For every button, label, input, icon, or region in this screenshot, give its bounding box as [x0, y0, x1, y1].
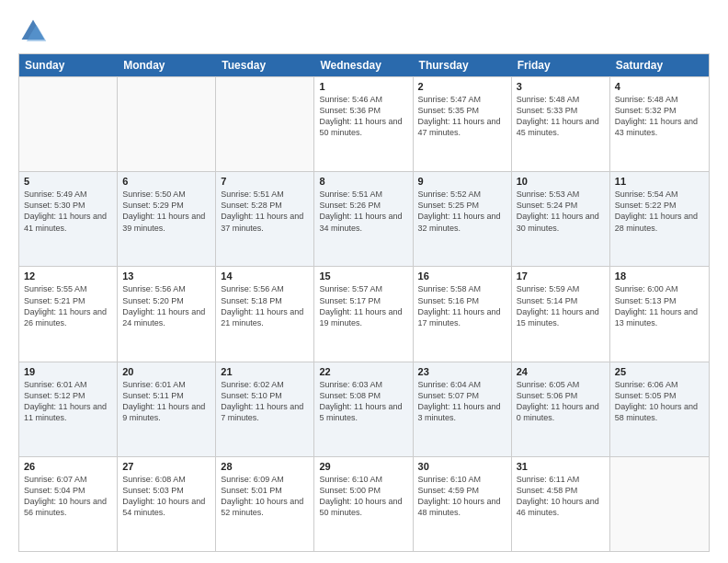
- cell-info: Sunrise: 5:58 AM Sunset: 5:16 PM Dayligh…: [418, 283, 506, 328]
- calendar-cell-day-1: 1Sunrise: 5:46 AM Sunset: 5:36 PM Daylig…: [314, 77, 413, 171]
- cell-info: Sunrise: 5:48 AM Sunset: 5:33 PM Dayligh…: [517, 94, 605, 139]
- cell-info: Sunrise: 6:06 AM Sunset: 5:05 PM Dayligh…: [615, 379, 704, 424]
- day-number: 9: [418, 176, 506, 187]
- calendar-cell-empty: [19, 77, 118, 171]
- cell-info: Sunrise: 5:57 AM Sunset: 5:17 PM Dayligh…: [319, 283, 407, 328]
- day-number: 18: [615, 270, 704, 282]
- calendar-cell-day-12: 12Sunrise: 5:55 AM Sunset: 5:21 PM Dayli…: [19, 267, 118, 361]
- cell-info: Sunrise: 5:46 AM Sunset: 5:36 PM Dayligh…: [319, 94, 407, 139]
- calendar-row: 5Sunrise: 5:49 AM Sunset: 5:30 PM Daylig…: [19, 171, 709, 266]
- calendar-cell-day-26: 26Sunrise: 6:07 AM Sunset: 5:04 PM Dayli…: [19, 457, 118, 551]
- day-number: 1: [319, 81, 407, 92]
- header-cell-tuesday: Tuesday: [216, 54, 314, 76]
- day-number: 21: [221, 366, 309, 377]
- calendar-cell-day-6: 6Sunrise: 5:50 AM Sunset: 5:29 PM Daylig…: [118, 172, 216, 266]
- calendar-row: 1Sunrise: 5:46 AM Sunset: 5:36 PM Daylig…: [19, 76, 709, 171]
- day-number: 11: [615, 176, 704, 187]
- calendar-cell-day-7: 7Sunrise: 5:51 AM Sunset: 5:28 PM Daylig…: [216, 172, 314, 266]
- header-cell-saturday: Saturday: [610, 54, 709, 76]
- day-number: 13: [122, 270, 210, 282]
- calendar-cell-day-9: 9Sunrise: 5:52 AM Sunset: 5:25 PM Daylig…: [414, 172, 512, 266]
- calendar-cell-day-31: 31Sunrise: 6:11 AM Sunset: 4:58 PM Dayli…: [512, 457, 610, 551]
- cell-info: Sunrise: 5:53 AM Sunset: 5:24 PM Dayligh…: [517, 189, 605, 234]
- calendar-cell-day-8: 8Sunrise: 5:51 AM Sunset: 5:26 PM Daylig…: [314, 172, 413, 266]
- day-number: 25: [615, 366, 704, 377]
- calendar-cell-empty: [216, 77, 314, 171]
- cell-info: Sunrise: 5:52 AM Sunset: 5:25 PM Dayligh…: [418, 189, 506, 234]
- cell-info: Sunrise: 6:09 AM Sunset: 5:01 PM Dayligh…: [221, 474, 309, 519]
- calendar-row: 26Sunrise: 6:07 AM Sunset: 5:04 PM Dayli…: [19, 456, 709, 551]
- cell-info: Sunrise: 5:59 AM Sunset: 5:14 PM Dayligh…: [517, 283, 605, 328]
- calendar-row: 19Sunrise: 6:01 AM Sunset: 5:12 PM Dayli…: [19, 362, 709, 456]
- cell-info: Sunrise: 5:56 AM Sunset: 5:20 PM Dayligh…: [122, 283, 210, 328]
- cell-info: Sunrise: 6:07 AM Sunset: 5:04 PM Dayligh…: [24, 474, 112, 519]
- calendar-cell-day-21: 21Sunrise: 6:02 AM Sunset: 5:10 PM Dayli…: [216, 362, 314, 456]
- cell-info: Sunrise: 5:49 AM Sunset: 5:30 PM Dayligh…: [24, 189, 112, 234]
- day-number: 3: [517, 81, 605, 92]
- logo: [18, 17, 53, 46]
- calendar-cell-day-18: 18Sunrise: 6:00 AM Sunset: 5:13 PM Dayli…: [610, 267, 709, 361]
- day-number: 24: [517, 366, 605, 377]
- cell-info: Sunrise: 6:08 AM Sunset: 5:03 PM Dayligh…: [122, 474, 210, 519]
- calendar-cell-day-27: 27Sunrise: 6:08 AM Sunset: 5:03 PM Dayli…: [118, 457, 216, 551]
- day-number: 28: [221, 461, 309, 472]
- calendar-cell-day-10: 10Sunrise: 5:53 AM Sunset: 5:24 PM Dayli…: [512, 172, 610, 266]
- cell-info: Sunrise: 6:05 AM Sunset: 5:06 PM Dayligh…: [517, 379, 605, 424]
- calendar-row: 12Sunrise: 5:55 AM Sunset: 5:21 PM Dayli…: [19, 266, 709, 361]
- logo-icon: [18, 17, 48, 46]
- calendar-cell-day-3: 3Sunrise: 5:48 AM Sunset: 5:33 PM Daylig…: [512, 77, 610, 171]
- cell-info: Sunrise: 6:03 AM Sunset: 5:08 PM Dayligh…: [319, 379, 407, 424]
- calendar-cell-day-29: 29Sunrise: 6:10 AM Sunset: 5:00 PM Dayli…: [314, 457, 413, 551]
- day-number: 26: [24, 461, 112, 472]
- header-cell-monday: Monday: [118, 54, 216, 76]
- calendar-cell-day-4: 4Sunrise: 5:48 AM Sunset: 5:32 PM Daylig…: [610, 77, 709, 171]
- calendar-cell-day-2: 2Sunrise: 5:47 AM Sunset: 5:35 PM Daylig…: [414, 77, 512, 171]
- cell-info: Sunrise: 5:47 AM Sunset: 5:35 PM Dayligh…: [418, 94, 506, 139]
- calendar-body: 1Sunrise: 5:46 AM Sunset: 5:36 PM Daylig…: [19, 76, 709, 551]
- cell-info: Sunrise: 6:10 AM Sunset: 4:59 PM Dayligh…: [418, 474, 506, 519]
- day-number: 23: [418, 366, 506, 377]
- day-number: 16: [418, 270, 506, 282]
- cell-info: Sunrise: 6:01 AM Sunset: 5:12 PM Dayligh…: [24, 379, 112, 424]
- calendar-cell-day-17: 17Sunrise: 5:59 AM Sunset: 5:14 PM Dayli…: [512, 267, 610, 361]
- day-number: 27: [122, 461, 210, 472]
- calendar-cell-day-14: 14Sunrise: 5:56 AM Sunset: 5:18 PM Dayli…: [216, 267, 314, 361]
- cell-info: Sunrise: 6:10 AM Sunset: 5:00 PM Dayligh…: [319, 474, 407, 519]
- calendar-cell-day-19: 19Sunrise: 6:01 AM Sunset: 5:12 PM Dayli…: [19, 362, 118, 456]
- cell-info: Sunrise: 5:51 AM Sunset: 5:28 PM Dayligh…: [221, 189, 309, 234]
- calendar-cell-day-11: 11Sunrise: 5:54 AM Sunset: 5:22 PM Dayli…: [610, 172, 709, 266]
- day-number: 14: [221, 270, 309, 282]
- cell-info: Sunrise: 5:51 AM Sunset: 5:26 PM Dayligh…: [319, 189, 407, 234]
- calendar-cell-day-20: 20Sunrise: 6:01 AM Sunset: 5:11 PM Dayli…: [118, 362, 216, 456]
- cell-info: Sunrise: 5:50 AM Sunset: 5:29 PM Dayligh…: [122, 189, 210, 234]
- day-number: 31: [517, 461, 605, 472]
- calendar-cell-day-23: 23Sunrise: 6:04 AM Sunset: 5:07 PM Dayli…: [414, 362, 512, 456]
- day-number: 19: [24, 366, 112, 377]
- header-cell-sunday: Sunday: [19, 54, 118, 76]
- calendar-cell-day-24: 24Sunrise: 6:05 AM Sunset: 5:06 PM Dayli…: [512, 362, 610, 456]
- top-section: [18, 17, 710, 46]
- cell-info: Sunrise: 6:01 AM Sunset: 5:11 PM Dayligh…: [122, 379, 210, 424]
- day-number: 12: [24, 270, 112, 282]
- calendar-cell-empty: [610, 457, 709, 551]
- calendar-cell-day-22: 22Sunrise: 6:03 AM Sunset: 5:08 PM Dayli…: [314, 362, 413, 456]
- calendar-cell-day-28: 28Sunrise: 6:09 AM Sunset: 5:01 PM Dayli…: [216, 457, 314, 551]
- day-number: 6: [122, 176, 210, 187]
- cell-info: Sunrise: 6:00 AM Sunset: 5:13 PM Dayligh…: [615, 283, 704, 328]
- page: SundayMondayTuesdayWednesdayThursdayFrid…: [0, 0, 728, 563]
- day-number: 10: [517, 176, 605, 187]
- header-cell-wednesday: Wednesday: [314, 54, 413, 76]
- calendar-cell-day-25: 25Sunrise: 6:06 AM Sunset: 5:05 PM Dayli…: [610, 362, 709, 456]
- day-number: 7: [221, 176, 309, 187]
- day-number: 5: [24, 176, 112, 187]
- day-number: 29: [319, 461, 407, 472]
- day-number: 4: [615, 81, 704, 92]
- calendar: SundayMondayTuesdayWednesdayThursdayFrid…: [18, 53, 710, 552]
- day-number: 17: [517, 270, 605, 282]
- calendar-cell-empty: [118, 77, 216, 171]
- calendar-header: SundayMondayTuesdayWednesdayThursdayFrid…: [19, 54, 709, 76]
- header-cell-friday: Friday: [512, 54, 610, 76]
- calendar-cell-day-15: 15Sunrise: 5:57 AM Sunset: 5:17 PM Dayli…: [314, 267, 413, 361]
- header-cell-thursday: Thursday: [414, 54, 512, 76]
- cell-info: Sunrise: 5:55 AM Sunset: 5:21 PM Dayligh…: [24, 283, 112, 328]
